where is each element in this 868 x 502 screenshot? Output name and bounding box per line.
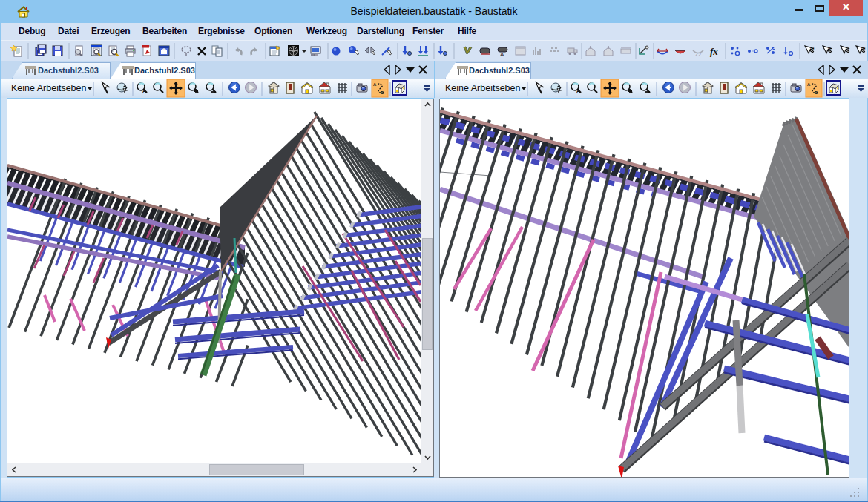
svg-text:m: m xyxy=(861,45,865,50)
svg-text:A: A xyxy=(500,51,504,58)
svg-text:o: o xyxy=(828,45,831,50)
svg-text:Z2: Z2 xyxy=(695,52,701,57)
svg-text:m: m xyxy=(810,45,814,50)
svg-text:◇: ◇ xyxy=(846,45,849,50)
svg-text:Keine Arbeitseben: Keine Arbeitseben xyxy=(445,83,521,93)
svg-text:A: A xyxy=(807,82,811,87)
svg-text:Keine Arbeitseben: Keine Arbeitseben xyxy=(11,83,87,93)
svg-text:fx: fx xyxy=(710,46,718,57)
svg-text:A: A xyxy=(576,88,580,93)
svg-text:A: A xyxy=(373,82,377,87)
svg-text:A: A xyxy=(142,88,146,93)
